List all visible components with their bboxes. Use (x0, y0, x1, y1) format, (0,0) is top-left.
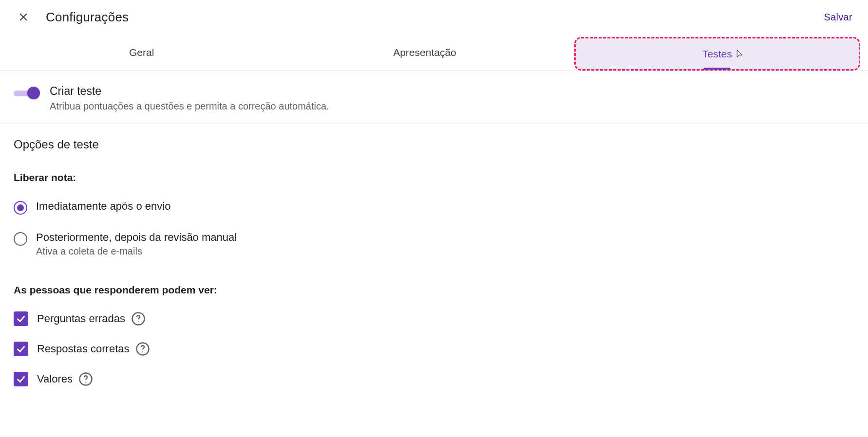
radio-label: Posteriormente, depois da revisão manual (36, 231, 237, 244)
tab-geral[interactable]: Geral (0, 34, 283, 71)
check-label: Respostas corretas (37, 343, 130, 355)
quiz-options-section: Opções de teste Liberar nota: Imediatame… (0, 124, 868, 398)
tab-apresentacao[interactable]: Apresentação (283, 34, 566, 71)
cursor-icon (735, 49, 743, 59)
page-title: Configurações (46, 10, 129, 25)
quiz-toggle-section: Criar teste Atribua pontuações a questõe… (0, 71, 868, 124)
tabs: Geral Apresentação Testes (0, 34, 868, 71)
quiz-toggle-title: Criar teste (50, 85, 329, 98)
checkbox-missed[interactable] (14, 311, 28, 326)
radio-row-immediate: Imediatamente após o envio (14, 200, 854, 215)
tab-label: Testes (702, 48, 732, 60)
svg-point-1 (138, 321, 139, 322)
help-icon[interactable] (131, 311, 146, 326)
radio-later[interactable] (14, 232, 27, 246)
quiz-toggle-texts: Criar teste Atribua pontuações a questõe… (50, 85, 329, 112)
check-label: Perguntas erradas (37, 312, 125, 325)
help-icon[interactable] (78, 372, 93, 386)
options-heading: Opções de teste (14, 138, 854, 151)
radio-immediate[interactable] (14, 201, 27, 215)
check-icon (16, 344, 26, 354)
save-button[interactable]: Salvar (820, 8, 857, 27)
help-icon[interactable] (135, 342, 150, 356)
radio-label: Imediatamente após o envio (36, 200, 170, 213)
tab-label: Geral (129, 47, 154, 58)
check-row-correct: Respostas corretas (14, 342, 854, 356)
radio-row-later: Posteriormente, depois da revisão manual… (14, 231, 854, 257)
check-icon (16, 313, 26, 324)
check-icon (16, 374, 26, 384)
checkbox-correct[interactable] (14, 342, 28, 356)
tab-testes[interactable]: Testes (574, 37, 860, 71)
close-icon (17, 11, 30, 23)
toggle-thumb (27, 87, 40, 99)
quiz-toggle-subtitle: Atribua pontuações a questões e permita … (50, 101, 329, 112)
tab-underline (703, 68, 731, 70)
quiz-toggle[interactable] (14, 87, 39, 99)
svg-point-3 (142, 351, 143, 352)
radio-texts: Imediatamente após o envio (36, 200, 170, 213)
check-row-points: Valores (14, 372, 854, 386)
svg-point-5 (85, 382, 86, 382)
respondent-see-label: As pessoas que responderem podem ver: (14, 284, 854, 296)
close-button[interactable] (12, 5, 35, 29)
tab-label: Apresentação (393, 47, 456, 58)
release-grade-label: Liberar nota: (14, 172, 854, 183)
header: Configurações Salvar (0, 0, 868, 34)
check-label: Valores (37, 373, 73, 385)
checkbox-points[interactable] (14, 372, 28, 386)
radio-texts: Posteriormente, depois da revisão manual… (36, 231, 237, 257)
radio-subtitle: Ativa a coleta de e-mails (36, 246, 237, 257)
quiz-toggle-row: Criar teste Atribua pontuações a questõe… (14, 85, 854, 112)
check-row-missed: Perguntas erradas (14, 311, 854, 326)
